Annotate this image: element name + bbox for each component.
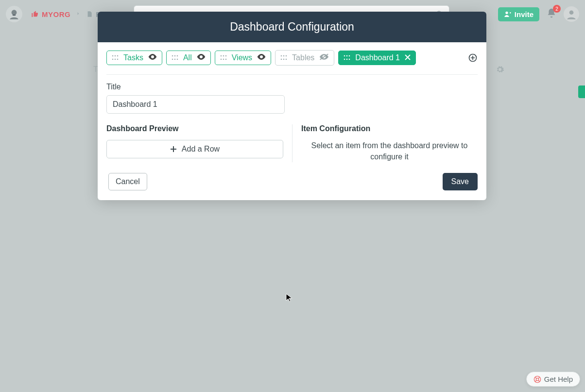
preview-label: Dashboard Preview xyxy=(106,124,283,133)
svg-point-32 xyxy=(344,55,345,57)
svg-point-18 xyxy=(177,59,178,60)
svg-point-13 xyxy=(172,55,173,57)
tab-tasks[interactable]: Tasks xyxy=(106,51,162,65)
eye-icon xyxy=(257,53,266,62)
eye-icon xyxy=(197,53,206,62)
title-label: Title xyxy=(106,83,478,91)
tab-all[interactable]: All xyxy=(166,51,211,65)
svg-point-8 xyxy=(115,55,116,57)
tab-tables[interactable]: Tables xyxy=(275,50,334,66)
dashboard-config-modal: Dashboard Configuration Tasks All Views xyxy=(98,12,486,200)
svg-point-9 xyxy=(117,55,119,57)
eye-icon xyxy=(148,53,157,62)
svg-point-19 xyxy=(220,55,222,57)
svg-point-29 xyxy=(283,59,285,60)
get-help-label: Get Help xyxy=(544,375,573,383)
svg-point-22 xyxy=(220,59,222,60)
add-row-label: Add a Row xyxy=(182,145,220,153)
grip-icon xyxy=(220,54,227,61)
grip-icon xyxy=(172,54,178,61)
svg-point-23 xyxy=(223,59,224,60)
mouse-cursor xyxy=(286,293,292,304)
svg-point-34 xyxy=(349,55,350,57)
eye-off-icon xyxy=(319,53,329,63)
add-tab-button[interactable] xyxy=(468,53,478,63)
svg-point-15 xyxy=(177,55,178,57)
modal-overlay: Dashboard Configuration Tasks All Views xyxy=(0,0,585,392)
svg-point-30 xyxy=(286,59,287,60)
tab-list: Tasks All Views Tables xyxy=(106,50,478,75)
grip-icon xyxy=(112,54,119,61)
tab-label: Views xyxy=(232,53,252,62)
svg-point-20 xyxy=(223,55,224,57)
svg-point-27 xyxy=(286,55,287,57)
cancel-button[interactable]: Cancel xyxy=(108,173,147,190)
item-config-help: Select an item from the dashboard previe… xyxy=(301,140,478,162)
title-input[interactable] xyxy=(106,95,285,114)
plus-circle-icon xyxy=(468,53,478,63)
svg-point-28 xyxy=(281,59,282,60)
svg-point-14 xyxy=(174,55,176,57)
add-row-button[interactable]: Add a Row xyxy=(106,140,283,158)
svg-point-12 xyxy=(117,59,119,60)
svg-point-25 xyxy=(281,55,282,57)
tab-label: Tables xyxy=(292,53,314,62)
svg-point-26 xyxy=(283,55,285,57)
svg-point-21 xyxy=(225,55,226,57)
save-button[interactable]: Save xyxy=(443,173,478,190)
svg-point-7 xyxy=(112,55,114,57)
svg-point-37 xyxy=(349,59,350,60)
tab-label: All xyxy=(183,53,192,62)
svg-point-40 xyxy=(536,378,538,380)
svg-point-33 xyxy=(346,55,348,57)
svg-point-11 xyxy=(115,59,116,60)
grip-icon xyxy=(344,54,350,61)
modal-title: Dashboard Configuration xyxy=(98,12,486,42)
tab-label: Tasks xyxy=(123,53,143,62)
item-config-label: Item Configuration xyxy=(301,124,478,133)
svg-point-10 xyxy=(112,59,114,60)
tab-dashboard-1[interactable]: Dashboard 1 xyxy=(338,51,416,65)
grip-icon xyxy=(280,54,287,61)
get-help-button[interactable]: Get Help xyxy=(526,372,580,387)
svg-point-35 xyxy=(344,59,345,60)
tab-label: Dashboard 1 xyxy=(355,53,400,62)
life-ring-icon xyxy=(533,375,541,383)
svg-point-16 xyxy=(172,59,173,60)
tab-views[interactable]: Views xyxy=(215,51,271,65)
svg-point-24 xyxy=(225,59,226,60)
svg-point-36 xyxy=(346,59,348,60)
close-icon[interactable] xyxy=(405,53,411,62)
svg-point-17 xyxy=(174,59,176,60)
plus-icon xyxy=(170,146,177,153)
